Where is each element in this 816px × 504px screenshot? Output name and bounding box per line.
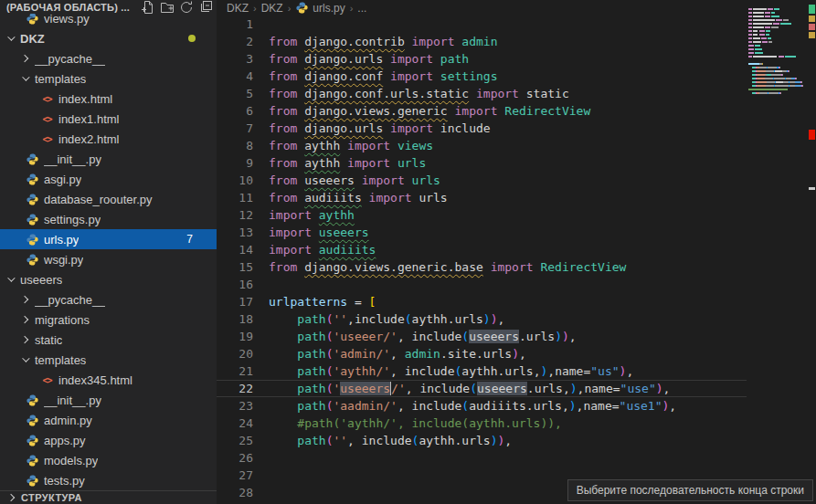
line-number: 13 — [217, 224, 253, 241]
code-text — [253, 467, 269, 484]
code-text: path('admin/', admin.site.urls), — [253, 345, 526, 362]
tree-item-pycache[interactable]: __pycache__ — [0, 48, 217, 68]
python-file-icon — [26, 434, 39, 447]
python-file-icon — [26, 173, 39, 186]
code-line[interactable]: 13import useeers — [217, 224, 747, 241]
code-text: from audiiits import urls — [253, 189, 448, 206]
line-number: 24 — [217, 415, 253, 432]
code-text: from django.conf.urls.static import stat… — [253, 85, 569, 102]
code-line[interactable]: 12import aythh — [217, 206, 747, 224]
tree-item-useeers[interactable]: useeers — [0, 269, 217, 289]
tree-item-init-py[interactable]: __init__.py — [0, 390, 217, 410]
tree-item-templates[interactable]: templates — [0, 68, 217, 89]
tree-item-templates[interactable]: templates — [0, 350, 217, 370]
tree-item-static[interactable]: static — [0, 330, 217, 350]
chevron-right-icon — [21, 336, 28, 343]
code-text: path('', include(aythh.urls)), — [253, 432, 512, 449]
tree-item-label: templates — [35, 353, 86, 367]
code-line[interactable]: 11from audiiits import urls — [217, 189, 747, 206]
code-text: path('aythh/', include(aythh.urls,),name… — [253, 362, 633, 380]
code-line[interactable]: 25 path('', include(aythh.urls)), — [217, 432, 747, 449]
problems-badge: 7 — [186, 233, 193, 246]
code-line[interactable]: 17urlpatterns = [ — [217, 293, 747, 310]
code-line[interactable]: 15from django.views.generic.base import … — [217, 258, 747, 276]
collapse-all-icon[interactable] — [198, 0, 213, 15]
tree-item-database-roouter-py[interactable]: database_roouter.py — [0, 189, 217, 209]
new-file-icon[interactable] — [141, 0, 155, 15]
code-text — [253, 16, 269, 33]
tree-item-migrations[interactable]: migrations — [0, 310, 217, 330]
code-line[interactable]: 6from django.views.generic import Redire… — [217, 102, 747, 120]
ruler-mark — [809, 5, 815, 14]
line-number: 21 — [217, 362, 253, 380]
workspace-title: (РАБОЧАЯ ОБЛАСТЬ) ... — [6, 2, 136, 13]
ruler-mark — [809, 130, 815, 140]
tree-item-admin-py[interactable]: admin.py — [0, 410, 217, 430]
code-line[interactable]: 21 path('aythh/', include(aythh.urls,),n… — [217, 362, 747, 380]
tree-item-label: tests.py — [44, 474, 85, 488]
tree-item-index1-html[interactable]: <>index1.html — [0, 109, 217, 129]
tree-item-label: apps.py — [44, 434, 86, 447]
explorer-header: (РАБОЧАЯ ОБЛАСТЬ) ... — [0, 0, 217, 14]
tree-item-models-py[interactable]: models.py — [0, 450, 217, 470]
tree-item-asgi-py[interactable]: asgi.py — [0, 169, 217, 189]
tree-item-index2-html[interactable]: <>index2.html — [0, 129, 217, 149]
code-line[interactable]: 18 path('',include(aythh.urls)), — [217, 310, 747, 328]
html-file-icon: <> — [40, 373, 54, 387]
code-line[interactable]: 8from aythh import views — [217, 137, 747, 154]
code-line[interactable]: 19 path('useeer/', include(useeers.urls)… — [217, 328, 747, 345]
line-number: 6 — [217, 102, 253, 120]
code-text: from django.views.generic.base import Re… — [253, 258, 626, 276]
tree-item-pycache[interactable]: __pycache__ — [0, 289, 217, 310]
line-number: 25 — [217, 432, 253, 449]
breadcrumb-item[interactable]: ... — [357, 2, 366, 15]
code-line[interactable]: 9from aythh import urls — [217, 154, 747, 172]
code-text: from aythh import urls — [253, 154, 426, 172]
line-number: 19 — [217, 328, 253, 345]
breadcrumb-item[interactable]: urls.py — [295, 1, 344, 15]
tree-item-tests-py[interactable]: tests.py — [0, 470, 217, 490]
breadcrumb-item[interactable]: DKZ — [261, 2, 283, 15]
code-line[interactable]: 24 #path('aythh/', include(aythh.urls)), — [217, 415, 747, 432]
outline-section-header[interactable]: СТРУКТУРА — [0, 490, 217, 504]
code-line[interactable]: 23 path('aadmin/', include(audiiits.urls… — [217, 397, 747, 415]
tree-item-init-py[interactable]: __init__.py — [0, 149, 217, 169]
code-line[interactable]: 16 — [217, 276, 747, 293]
chevron-down-icon — [22, 354, 29, 362]
refresh-icon[interactable] — [179, 0, 194, 15]
code-line[interactable]: 3from django.urls import path — [217, 50, 747, 68]
tree-item-label: index2.html — [58, 132, 119, 146]
code-area[interactable]: 12from django.contrib import admin3from … — [217, 16, 747, 504]
line-number: 26 — [217, 449, 253, 467]
tree-item-label: urls.py — [44, 233, 79, 247]
tree-item-index-html[interactable]: <>index.html — [0, 89, 217, 109]
python-file-icon — [26, 394, 39, 407]
code-text — [253, 449, 269, 467]
code-line[interactable]: 5from django.conf.urls.static import sta… — [217, 85, 747, 102]
breadcrumb-item[interactable]: DKZ — [227, 2, 249, 15]
code-line[interactable]: 26 — [217, 449, 747, 467]
code-text: path('',include(aythh.urls)), — [253, 310, 504, 328]
ruler-mark — [809, 187, 815, 190]
file-tree: views.pyDKZ__pycache__templates<>index.h… — [0, 8, 217, 490]
code-line[interactable]: 20 path('admin/', admin.site.urls), — [217, 345, 747, 362]
line-number: 11 — [217, 189, 253, 206]
breadcrumb-item-label: urls.py — [313, 2, 344, 15]
code-line[interactable]: 1 — [217, 16, 747, 33]
new-folder-icon[interactable] — [160, 0, 175, 15]
code-line[interactable]: 2from django.contrib import admin — [217, 33, 747, 50]
code-line[interactable]: 22 path('useeers/', include(useeers.urls… — [217, 380, 747, 397]
minimap[interactable] — [748, 4, 805, 106]
tree-item-urls-py[interactable]: urls.py7 — [0, 229, 217, 249]
vscode-window: views.pyDKZ__pycache__templates<>index.h… — [0, 0, 816, 504]
code-line[interactable]: 7from django.urls import include — [217, 120, 747, 137]
tree-item-index345-html[interactable]: <>index345.html — [0, 370, 217, 390]
code-text: path('aadmin/', include(audiiits.urls,),… — [253, 397, 676, 415]
code-line[interactable]: 14import audiiits — [217, 241, 747, 258]
tree-item-settings-py[interactable]: settings.py — [0, 209, 217, 229]
tree-item-wsgi-py[interactable]: wsgi.py — [0, 249, 217, 269]
tree-item-apps-py[interactable]: apps.py — [0, 430, 217, 450]
code-line[interactable]: 10from useeers import urls — [217, 172, 747, 189]
code-line[interactable]: 4from django.conf import settings — [217, 68, 747, 85]
tree-item-dkz[interactable]: DKZ — [0, 28, 217, 48]
